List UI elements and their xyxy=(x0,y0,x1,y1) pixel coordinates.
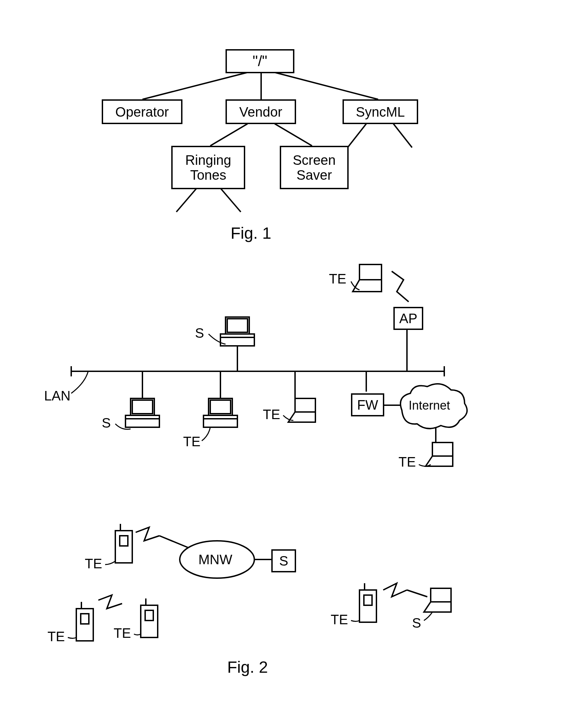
tree-operator-node: Operator xyxy=(102,99,182,124)
mnw-label: MNW xyxy=(198,552,232,567)
svg-rect-24 xyxy=(227,319,248,332)
tree-screen-saver-node: Screen Saver xyxy=(280,146,349,189)
s-label-top-desktop: S xyxy=(195,326,204,341)
svg-rect-35 xyxy=(359,264,382,280)
svg-rect-28 xyxy=(132,400,153,414)
svg-rect-46 xyxy=(145,610,153,621)
svg-rect-29 xyxy=(125,415,159,427)
page: "/" Operator Vendor SyncML Ringing Tones… xyxy=(0,0,585,728)
svg-line-5 xyxy=(176,188,197,212)
internet-label: Internet xyxy=(409,398,450,413)
s-label-laptop-br: S xyxy=(412,615,421,631)
svg-rect-33 xyxy=(203,415,237,427)
te-label-internet-laptop: TE xyxy=(398,454,416,470)
fig1-caption: Fig. 1 xyxy=(231,224,271,242)
te-label-phone-bl1: TE xyxy=(47,629,65,644)
tree-ringing-tones-node: Ringing Tones xyxy=(171,146,245,189)
te-label-laptop-top: TE xyxy=(329,271,346,287)
fig2-caption: Fig. 2 xyxy=(227,658,268,676)
svg-rect-32 xyxy=(210,400,231,414)
tree-syncml-node: SyncML xyxy=(343,99,418,124)
fw-label: FW xyxy=(357,397,378,412)
s-label-bottom-desktop: S xyxy=(102,415,111,431)
te-label-phone-upper-left: TE xyxy=(85,556,102,571)
ap-node: AP xyxy=(393,307,423,330)
tree-screen-saver-label: Screen Saver xyxy=(293,153,336,182)
ap-label: AP xyxy=(399,311,417,326)
fw-node: FW xyxy=(351,393,384,416)
svg-line-8 xyxy=(393,124,412,147)
svg-rect-40 xyxy=(120,536,128,546)
tree-vendor-node: Vendor xyxy=(226,99,296,124)
svg-line-6 xyxy=(220,188,241,212)
svg-line-22 xyxy=(407,590,427,597)
svg-line-4 xyxy=(275,124,312,146)
s-label-mnw: S xyxy=(279,553,288,568)
s-node-mnw: S xyxy=(271,549,296,572)
te-label-middle-laptop: TE xyxy=(263,407,280,422)
tree-ringing-tones-label: Ringing Tones xyxy=(185,153,231,182)
svg-line-0 xyxy=(142,72,251,99)
tree-syncml-label: SyncML xyxy=(356,104,405,119)
tree-root-node: "/" xyxy=(226,49,294,73)
svg-rect-49 xyxy=(364,595,372,605)
svg-line-3 xyxy=(210,124,248,146)
tree-root-label: "/" xyxy=(253,53,267,69)
svg-rect-36 xyxy=(295,398,315,412)
te-label-phone-bl2: TE xyxy=(114,626,131,641)
svg-line-21 xyxy=(159,536,188,548)
te-label-bottom-desktop: TE xyxy=(183,434,200,449)
tree-operator-label: Operator xyxy=(115,104,169,119)
svg-rect-43 xyxy=(81,614,89,624)
svg-line-2 xyxy=(271,72,378,99)
svg-rect-37 xyxy=(432,442,453,456)
svg-line-7 xyxy=(348,124,366,147)
te-label-phone-br: TE xyxy=(331,612,348,627)
svg-rect-38 xyxy=(431,588,451,602)
tree-vendor-label: Vendor xyxy=(239,104,282,119)
lan-label: LAN xyxy=(44,388,71,404)
